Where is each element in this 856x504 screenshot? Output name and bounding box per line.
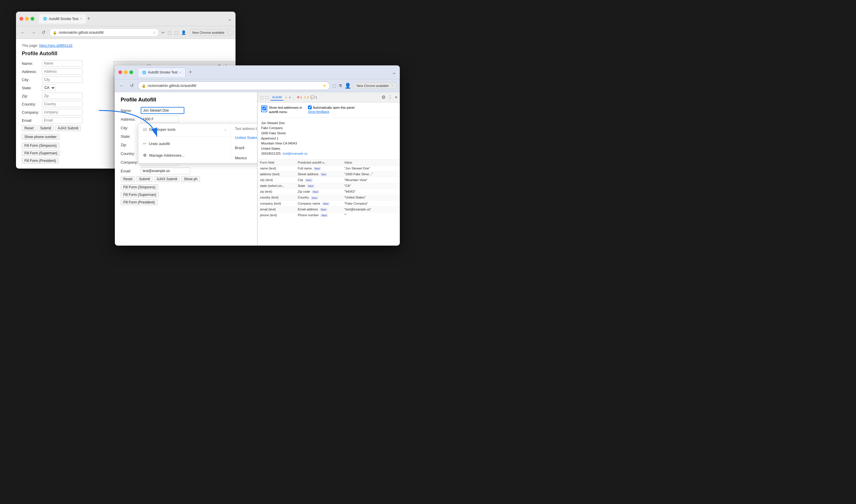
undo-autofill-item[interactable]: ↩ Undo autofill [138, 138, 231, 149]
email-input-back[interactable] [42, 117, 83, 124]
name-input-front[interactable] [141, 107, 184, 114]
close-devtools-front[interactable]: × [395, 95, 397, 100]
devtools-icon-elements-front[interactable]: ⬚ [260, 95, 264, 100]
autofill-options-row: Show test addresses in autofill menu Aut… [257, 103, 400, 118]
zip-label-back: Zip: [22, 94, 41, 98]
gear-icon-dt-front[interactable]: ⚙ [381, 94, 386, 100]
zip-input-back[interactable] [42, 93, 83, 99]
fill-president-button-front[interactable]: Fill Form (President) [121, 199, 158, 205]
new-tab-button-back[interactable]: + [87, 16, 90, 22]
address-bar-front[interactable]: 🔒 rsolomakhin.github.io/autofill/ ★ [138, 82, 330, 90]
ajax-submit-button-front[interactable]: AJAX Submit [154, 176, 180, 182]
more-options-back[interactable]: ⋮ [226, 31, 229, 34]
profile-icon-back[interactable]: 👤 [181, 30, 186, 35]
minimize-button-back[interactable] [25, 17, 29, 21]
window-menu-back[interactable]: ⌄ [228, 16, 232, 22]
tab-close-front[interactable]: × [179, 71, 181, 74]
reload-button-front[interactable]: ↺ [128, 82, 136, 90]
new-tab-button-front[interactable]: + [189, 69, 192, 75]
tab-close-back[interactable]: × [80, 17, 82, 20]
fill-simpsons-button-back[interactable]: Fill Form (Simpsons) [22, 143, 59, 148]
devtools-icon-network-front[interactable]: ⬚ [265, 95, 269, 100]
country-item-mexico[interactable]: Mexico [231, 153, 257, 163]
country-label-front: Country: [121, 151, 140, 156]
company-input-back[interactable] [42, 109, 83, 115]
auto-open-checkbox-front[interactable] [308, 106, 312, 109]
minimize-button-front[interactable] [124, 70, 128, 74]
row-value-city: "Mountain View" [344, 178, 385, 182]
tab-back[interactable]: 🌐 Autofill Smoke Test × [39, 14, 86, 23]
submit-button-front[interactable]: Submit [136, 176, 153, 182]
profile-icon-front[interactable]: 👤 [344, 83, 351, 89]
show-phone-button-front[interactable]: Show ph [181, 176, 200, 182]
new-chrome-badge-front[interactable]: New Chrome available ⋮ [353, 82, 397, 89]
page-heading-front: Profile Autofill [121, 97, 251, 103]
close-button-front[interactable] [118, 70, 122, 74]
address-input-back[interactable] [42, 68, 83, 75]
state-select-back[interactable]: CA [42, 85, 55, 91]
star-icon-front[interactable]: ★ [323, 84, 326, 88]
maximize-button-front[interactable] [129, 70, 133, 74]
close-tab-front[interactable]: × [285, 96, 287, 99]
heur-badge-email: heur [320, 208, 327, 211]
row-predicted-phone: Phone number heur [298, 213, 344, 217]
ajax-submit-button-back[interactable]: AJAX Submit [55, 125, 81, 131]
name-input-back[interactable] [42, 60, 83, 67]
autofill-tab-front[interactable]: Autofill [270, 94, 284, 101]
row-predicted-address: Street address heu [298, 173, 344, 176]
send-feedback-front[interactable]: Send feedback [308, 110, 354, 113]
name-label-front: Name: [121, 108, 140, 113]
maximize-button-back[interactable] [31, 17, 34, 21]
window-menu-front[interactable]: ⌄ [392, 69, 396, 76]
page-content-front: Profile Autofill Name: Address: City: St… [115, 92, 257, 246]
city-label-back: City: [22, 78, 41, 82]
country-item-us[interactable]: United States [231, 132, 257, 143]
more-tabs-icon-front[interactable]: » [289, 95, 291, 100]
address-bar-back[interactable]: 🔒 rsolomakhin.github.io/autofill/ ☆ [50, 29, 159, 37]
fill-simpsons-button-front[interactable]: Fill Form (Simpsons) [121, 184, 158, 190]
autofill-dropdown: ⟨/⟩ Developer tools › ↩ Undo autofill ⚙ … [138, 124, 257, 163]
reset-button-front[interactable]: Reset [121, 176, 135, 182]
address-row-front: Address: [121, 116, 251, 123]
manage-addresses-item[interactable]: ⚙ Manage Addresses... [138, 149, 231, 161]
back-button-back[interactable]: ← [19, 29, 27, 36]
extensions-icon-front[interactable]: ⬚ [332, 84, 336, 88]
close-button-back[interactable] [19, 17, 23, 21]
this-page-link[interactable]: https://goo.gl/B6Xs1E [39, 43, 72, 48]
submit-button-back[interactable]: Submit [37, 125, 54, 131]
country-input-back[interactable] [42, 101, 83, 107]
fill-president-button-back[interactable]: Fill Form (President) [22, 158, 59, 164]
new-chrome-badge-back[interactable]: New Chrome available ⋮ [189, 29, 233, 36]
city-input-back[interactable] [42, 76, 83, 83]
tab-front[interactable]: 🌐 Autofill Smoke Test × [138, 68, 185, 77]
forward-button-back[interactable]: → [29, 29, 37, 36]
fill-buttons-front: Fill Form (Simpsons) [121, 184, 251, 190]
back-button-front[interactable]: ← [118, 82, 126, 90]
extensions-icon-back[interactable]: ⬚ [168, 30, 172, 35]
more-menu-dt-front[interactable]: ⋮ [387, 94, 393, 101]
col-value: Value [344, 161, 385, 164]
more-options-front[interactable]: ⋮ [391, 84, 394, 88]
country-item-brazil[interactable]: Brazil [231, 143, 257, 153]
fill-superman-button-front[interactable]: Fill Form (Superman) [121, 192, 159, 198]
row-predicted-zip: Zip code heur [298, 190, 344, 194]
star-icon-back[interactable]: ☆ [153, 31, 156, 35]
lab-icon-front[interactable]: ⚗ [338, 84, 342, 88]
downloads-icon-back[interactable]: ⬚ [175, 30, 178, 35]
msg-badge-front: 💬 1 [310, 95, 317, 99]
email-label-front: Email: [121, 169, 140, 173]
card-city-state-zip: Mountain View CA 94043 [261, 141, 396, 146]
address-input-front[interactable] [141, 116, 179, 123]
developer-tools-item[interactable]: ⟨/⟩ Developer tools › [138, 124, 231, 135]
reload-button-back[interactable]: ↺ [40, 29, 47, 36]
show-phone-button-back[interactable]: Show phone number [22, 134, 59, 140]
company-label-front: Company: [121, 160, 140, 164]
reset-button-back[interactable]: Reset [22, 125, 36, 131]
state-label-back: State: [22, 86, 41, 90]
row-field-company: company (text) [260, 202, 298, 205]
fill-superman-button-back[interactable]: Fill Form (Superman) [22, 150, 60, 156]
email-input-front[interactable] [141, 167, 190, 174]
row-value-name: "Jon Stewart Doe" [344, 166, 385, 170]
row-value-address: "1600 Fake Stree..." [344, 173, 385, 176]
show-test-addresses-checkbox[interactable] [262, 107, 266, 110]
